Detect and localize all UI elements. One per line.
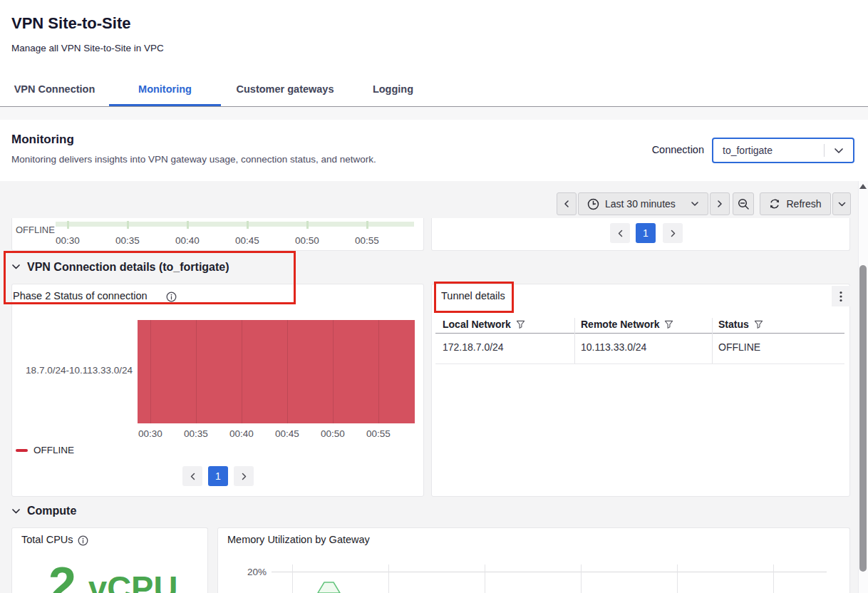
phase2-y-category-label: 18.7.0/24-10.113.33.0/24 [11,365,133,376]
status-strip-tick [366,221,368,229]
memory-h-gridline [272,572,827,572]
column-header-label: Remote Network [581,319,659,330]
status-strip-tick [247,221,249,229]
phase2-pagination-page-1[interactable]: 1 [208,466,228,486]
chevron-down-icon [692,202,698,205]
phase2-pagination-next-button[interactable] [234,466,254,486]
column-header-remote-network: Remote Network [581,319,673,330]
phase2-gridline [378,320,379,423]
status-x-tick-label: 00:45 [226,235,269,246]
time-forward-button[interactable] [710,192,730,215]
filter-icon[interactable] [754,319,763,329]
tab-vpn-connection[interactable]: VPN Connection [0,74,109,104]
memory-v-gridline [292,564,293,593]
refresh-button[interactable]: Refresh [760,192,831,215]
legend-label: OFFLINE [33,445,74,455]
column-header-label: Local Network [443,319,511,330]
monitoring-description: Monitoring delivers insights into VPN ga… [11,154,376,165]
tab-logging[interactable]: Logging [349,74,437,104]
column-header-status: Status [718,319,763,330]
pagination-next-button[interactable] [663,223,683,243]
column-separator [712,318,713,363]
scrollbar-thumb[interactable] [859,265,867,572]
chevron-down-icon[interactable] [825,148,853,154]
table-row-border [435,363,844,364]
status-x-tick-label: 00:55 [346,235,388,246]
status-strip-tick [67,221,69,229]
collapse-chevron-icon[interactable] [11,264,21,270]
phase2-gridline [287,320,288,423]
memory-v-gridline [581,564,582,593]
vpn-site-to-site-page: VPN Site-to-Site Manage all VPN Site-to-… [0,0,868,593]
status-strip-tick [127,221,129,229]
phase2-x-tick-label: 00:40 [220,428,263,439]
phase2-x-tick-label: 00:35 [175,428,217,439]
kebab-menu-button[interactable] [832,286,850,306]
phase2-gridline [333,320,334,423]
info-icon[interactable] [166,292,177,302]
refresh-icon [769,198,780,210]
vpn-details-section-title: VPN Connection details (to_fortigate) [27,261,229,274]
refresh-label: Refresh [786,198,821,210]
table-header-border [435,333,844,334]
column-header-local-network: Local Network [443,319,525,330]
phase2-pagination-prev-button[interactable] [182,466,202,486]
pagination-prev-button[interactable] [610,223,630,243]
table-cell: OFFLINE [718,341,760,353]
column-header-label: Status [718,319,749,330]
memory-v-gridline [485,564,485,593]
phase2-gridline [196,320,197,423]
tab-customer-gateways[interactable]: Customer gateways [221,74,349,104]
total-cpus-unit: vCPU [88,571,177,593]
info-icon[interactable] [78,535,88,546]
phase2-chart-title: Phase 2 Status of connection [13,290,148,301]
time-back-button[interactable] [557,192,577,215]
memory-y-tick-label: 20% [235,567,267,577]
tunnel-details-title: Tunnel details [441,290,505,301]
offline-status-bar[interactable] [138,320,415,423]
status-y-label: OFFLINE [16,225,55,235]
status-strip-tick [306,221,309,229]
kebab-icon [839,291,842,302]
total-cpus-value: 2 [48,560,76,593]
phase2-x-tick-label: 00:30 [129,428,172,439]
time-range-button[interactable]: Last 30 minutes [578,192,708,215]
compute-collapse-chevron-icon[interactable] [11,508,21,515]
status-x-tick-label: 00:30 [46,235,89,246]
total-cpus-title: Total CPUs [21,534,73,545]
header-divider-strip [0,107,868,120]
tab-monitoring[interactable]: Monitoring [109,74,221,104]
pagination-page-1[interactable]: 1 [636,223,656,243]
clock-icon [587,198,599,210]
status-x-tick-label: 00:35 [106,235,149,246]
filter-icon[interactable] [664,319,673,329]
phase2-gridline [150,320,151,423]
status-x-tick-label: 00:50 [286,235,329,246]
connection-select[interactable]: to_fortigate [712,138,854,163]
refresh-options-button[interactable] [832,192,851,215]
status-strip-tick [187,221,189,229]
zoom-out-button[interactable] [733,192,754,215]
time-range-label: Last 30 minutes [605,198,685,210]
memory-area-series [312,576,345,593]
phase2-gridline [242,320,242,423]
status-x-tick-label: 00:40 [166,235,209,246]
memory-v-gridline [677,564,678,593]
status-strip [56,222,414,227]
legend-swatch [16,449,28,452]
filter-icon[interactable] [516,319,525,329]
memory-v-gridline [388,564,389,593]
compute-section-title: Compute [27,505,76,517]
phase2-x-tick-label: 00:45 [266,428,309,439]
phase2-x-tick-label: 00:55 [357,428,400,439]
scrollbar-up-arrow[interactable] [859,184,867,189]
monitoring-heading: Monitoring [11,133,74,147]
table-cell: 172.18.7.0/24 [443,341,504,353]
connection-label: Connection [606,144,704,155]
memory-chart-title: Memory Utilization by Gateway [227,534,370,545]
magnifier-minus-icon [738,198,750,210]
table-cell: 10.113.33.0/24 [581,341,646,353]
page-title: VPN Site-to-Site [11,14,130,33]
connection-select-value: to_fortigate [713,145,824,156]
tunnel-details-card [431,284,850,497]
